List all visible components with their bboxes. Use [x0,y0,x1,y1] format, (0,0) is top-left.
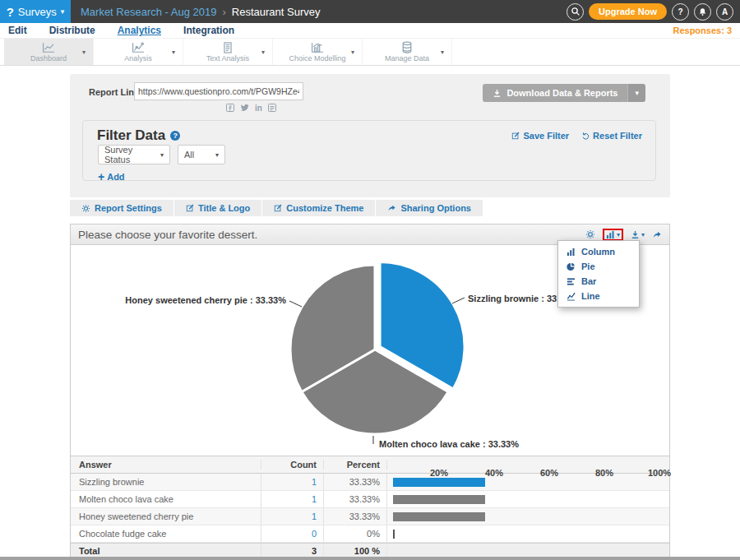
results-table-header: Answer Count Percent 20% 40% 60% 80% 100… [71,456,669,474]
reset-filter-button[interactable]: Reset Filter [581,131,642,141]
answer-cell: Chocolate fudge cake [71,525,261,542]
total-label: Total [71,544,261,558]
breadcrumb-survey: Restaurant Survey [232,6,321,18]
page-bottom-strip [0,557,740,560]
count-link[interactable]: 1 [312,511,317,521]
chevron-down-icon: ▾ [617,231,620,238]
filter-data-title: Filter Data ? [97,127,180,144]
nav-item-edit[interactable]: Edit [8,25,27,36]
twitter-icon[interactable] [240,104,249,113]
bar-horizontal-icon [567,277,576,286]
table-row: Honey sweetened cherry pie 1 33.33% [71,508,669,525]
percent-cell: 33.33% [324,474,387,490]
callout-leader-right [452,298,465,303]
toolbar-item-manage-data[interactable]: Manage Data ▾ [363,39,452,65]
chevron-down-icon: ▾ [261,49,265,56]
toolbar-item-choice-modelling[interactable]: Choice Modelling ▾ [273,39,363,65]
percent-bar [393,478,485,487]
toolbar-item-analysis[interactable]: Analysis ▾ [94,39,183,65]
table-row: Sizzling brownie 1 33.33% [71,474,669,491]
download-icon [631,230,640,239]
chevron-down-icon: ▾ [215,151,219,159]
help-button[interactable]: ? [672,3,689,21]
tab-title-logo[interactable]: Title & Logo [174,200,261,216]
total-percent: 100 % [324,544,387,558]
chart-type-menu: Column Pie Bar Line [557,240,640,308]
choice-modelling-icon [310,42,325,53]
download-options-caret[interactable]: ▾ [627,84,645,102]
gears-icon [81,204,90,213]
callout-leader-left [289,301,302,307]
percent-bar [393,512,485,521]
share-icons: in [226,104,276,113]
answer-cell: Honey sweetened cherry pie [71,508,261,525]
report-link-label: Report Link [89,87,139,97]
callout-molten-choco: Molten choco lava cake : 33.33% [379,439,519,449]
chart-settings-button[interactable] [585,229,595,239]
nav-item-analytics[interactable]: Analytics [118,25,161,36]
survey-nav: Edit Distribute Analytics Integration Re… [0,23,740,38]
menu-item-line[interactable]: Line [558,289,639,303]
header-answer: Answer [71,460,261,470]
percent-cell: 0% [324,525,387,542]
breadcrumb-separator: › [222,6,225,18]
chevron-down-icon: ▾ [641,231,645,238]
linkedin-icon[interactable]: in [255,104,262,113]
help-icon[interactable]: ? [170,131,180,141]
surveys-menu[interactable]: ? Surveys ▾ [0,0,71,23]
percent-cell: 33.33% [324,508,387,525]
filter-value-select[interactable]: All▾ [178,145,225,164]
line-chart-icon [567,292,576,301]
chart-share-button[interactable] [652,230,662,239]
count-link[interactable]: 1 [312,494,317,504]
embed-icon[interactable] [268,104,276,113]
product-label: Surveys [18,6,57,18]
tab-customize-theme[interactable]: Customize Theme [262,200,375,216]
count-link[interactable]: 1 [312,477,317,487]
search-icon [571,7,580,16]
facebook-icon[interactable] [226,104,234,113]
filter-field-select[interactable]: Survey Status▾ [98,145,170,164]
questionpro-analytics-page: ? Surveys ▾ Market Research - Aug 2019 ›… [0,0,740,560]
table-total-row: Total 3 100 % [71,543,669,558]
count-link[interactable]: 0 [312,529,317,539]
tab-sharing-options[interactable]: Sharing Options [376,200,483,216]
nav-item-distribute[interactable]: Distribute [49,25,95,36]
menu-item-bar[interactable]: Bar [558,274,639,289]
menu-item-column[interactable]: Column [558,244,639,259]
download-data-reports-button[interactable]: Download Data & Reports ▾ [483,84,645,102]
chart-download-button[interactable]: ▾ [631,230,645,239]
avatar[interactable]: A [716,3,733,21]
nav-item-integration[interactable]: Integration [183,25,234,36]
filter-data-section: Filter Data ? Save Filter Reset Filter S… [82,120,656,181]
report-settings-panel: Report Link in Download Data & Reports ▾ [70,74,670,197]
topbar-actions: Upgrade Now ? A [567,3,733,21]
chevron-down-icon: ▾ [441,49,444,56]
chart-type-button[interactable]: ▾ [606,230,620,239]
percent-bar [393,530,395,539]
save-filter-button[interactable]: Save Filter [511,131,569,141]
toolbar-item-dashboard[interactable]: Dashboard ▾ [4,39,94,65]
edit-icon [511,132,520,140]
responses-count[interactable]: Responses: 3 [673,25,732,35]
upgrade-now-button[interactable]: Upgrade Now [589,3,667,20]
table-row: Molten choco lava cake 1 33.33% [71,491,669,508]
notifications-button[interactable] [694,3,711,21]
undo-icon [581,132,590,140]
tab-report-settings[interactable]: Report Settings [70,200,173,216]
bell-icon [698,7,707,16]
add-filter-button[interactable]: + Add [98,170,125,183]
chevron-down-icon: ▾ [82,49,86,56]
header-count: Count [261,460,324,470]
breadcrumb-project[interactable]: Market Research - Aug 2019 [81,6,216,18]
menu-item-pie[interactable]: Pie [558,259,639,274]
search-button[interactable] [567,3,584,21]
toolbar-item-text-analysis[interactable]: Text Analysis ▾ [183,39,273,65]
table-row: Chocolate fudge cake 0 0% [71,525,669,543]
header-percent: Percent [324,460,387,470]
column-chart-icon [567,248,576,257]
report-link-input[interactable] [134,82,303,100]
percent-cell: 33.33% [324,491,387,507]
report-tabs: Report Settings Title & Logo Customize T… [70,200,483,216]
breadcrumb: Market Research - Aug 2019 › Restaurant … [81,6,321,18]
